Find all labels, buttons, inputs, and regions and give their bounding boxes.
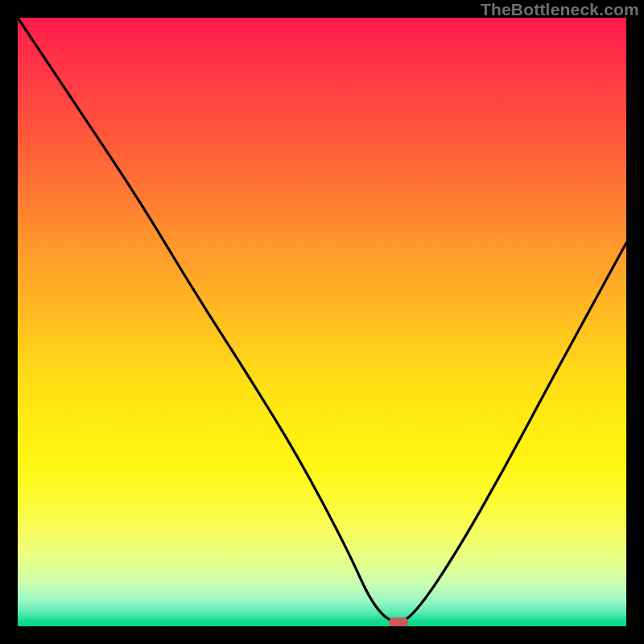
optimal-marker (389, 617, 408, 626)
plot-area (18, 18, 626, 626)
watermark-text: TheBottleneck.com (481, 0, 639, 19)
curve-path (18, 18, 626, 621)
bottleneck-curve (18, 18, 626, 626)
chart-frame: TheBottleneck.com (0, 0, 644, 644)
